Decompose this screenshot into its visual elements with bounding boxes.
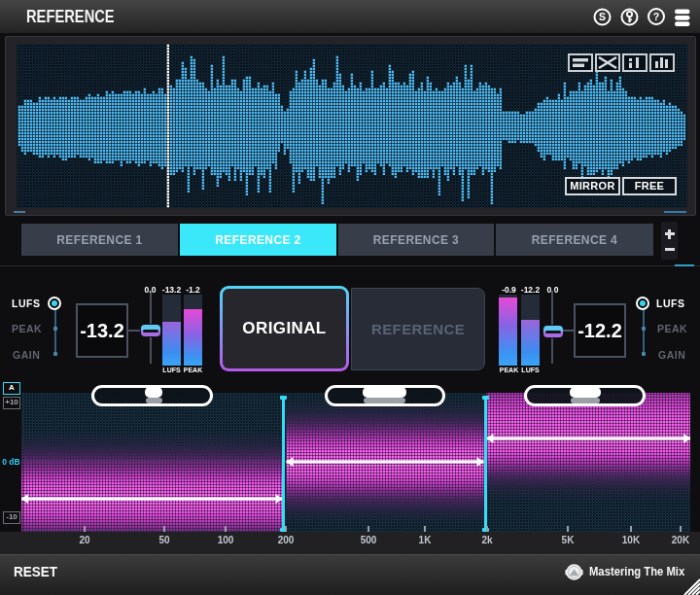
svg-text:?: ? xyxy=(653,11,659,22)
svg-text:S: S xyxy=(599,11,606,22)
